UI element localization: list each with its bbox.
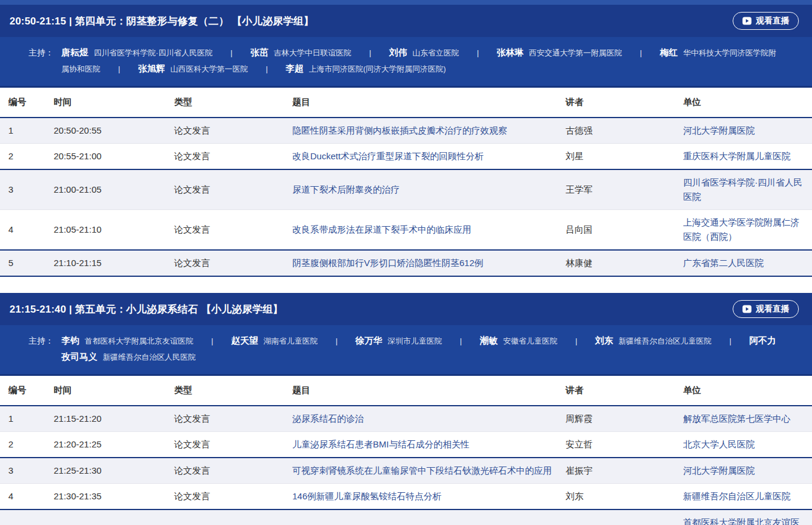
moderator-name: 梅红 bbox=[660, 47, 678, 57]
clipped-element-top-strip bbox=[0, 0, 812, 5]
cell-type: 论文发言 bbox=[174, 118, 292, 144]
moderators-label: 主持： bbox=[29, 333, 54, 348]
moderator: 徐万华深圳市儿童医院 bbox=[356, 336, 442, 345]
schedule-row: 521:10-21:15论文发言阴茎腹侧根部加行V形切口矫治隐匿性阴茎612例林… bbox=[0, 250, 812, 276]
schedule-row: 120:50-20:55论文发言隐匿性阴茎采用背侧内板嵌插式皮瓣术治疗的疗效观察… bbox=[0, 118, 812, 144]
cell-time: 20:50-20:55 bbox=[54, 118, 174, 144]
cell-title: 尿道下裂术后附睾炎的治疗 bbox=[292, 169, 566, 210]
watch-live-button[interactable]: 观看直播 bbox=[733, 300, 799, 318]
schedule-row: 221:20-21:25论文发言儿童泌尿系结石患者BMI与结石成分的相关性安立哲… bbox=[0, 432, 812, 458]
moderators-list: 李钧首都医科大学附属北京友谊医院|赵夭望湖南省儿童医院|徐万华深圳市儿童医院|潮… bbox=[61, 333, 782, 365]
cell-no: 5 bbox=[0, 250, 54, 276]
cell-title: 改良系带成形法在尿道下裂手术中的临床应用 bbox=[292, 210, 566, 251]
cell-no: 5 bbox=[0, 509, 54, 525]
cell-type: 论文发言 bbox=[174, 509, 292, 525]
cell-time: 21:15-21:20 bbox=[54, 406, 174, 432]
cell-title: BMI对儿童输尿管软镜治疗儿童上尿路结石手术结局的影响 bbox=[292, 509, 566, 525]
moderator: 张茁吉林大学中日联谊医院 bbox=[251, 48, 351, 57]
table-body: 120:50-20:55论文发言隐匿性阴茎采用背侧内板嵌插式皮瓣术治疗的疗效观察… bbox=[0, 118, 812, 276]
moderator: 李钧首都医科大学附属北京友谊医院 bbox=[61, 336, 193, 345]
schedule-row: 521:35-21:40论文发言BMI对儿童输尿管软镜治疗儿童上尿路结石手术结局… bbox=[0, 509, 812, 525]
session-title: 21:15-21:40 | 第五单元：小儿泌尿系结石 【小儿泌尿学组】 bbox=[10, 302, 283, 316]
schedule-row: 421:05-21:10论文发言改良系带成形法在尿道下裂手术中的临床应用吕向国上… bbox=[0, 210, 812, 251]
cell-no: 3 bbox=[0, 169, 54, 210]
cell-type: 论文发言 bbox=[174, 144, 292, 170]
play-icon bbox=[742, 16, 752, 26]
column-header-time: 时间 bbox=[54, 87, 174, 118]
cell-unit: 解放军总医院第七医学中心 bbox=[683, 406, 812, 432]
column-header-unit: 单位 bbox=[683, 375, 812, 406]
cell-speaker: 王学军 bbox=[566, 169, 683, 210]
cell-time: 21:30-21:35 bbox=[54, 484, 174, 510]
moderator-name: 唐耘煜 bbox=[61, 47, 88, 57]
cell-unit: 河北大学附属医院 bbox=[683, 458, 812, 484]
moderator-separator: | bbox=[100, 61, 138, 77]
moderators-bar: 主持： 唐耘煜四川省医学科学院·四川省人民医院|张茁吉林大学中日联谊医院|刘伟山… bbox=[0, 37, 812, 86]
column-header-type: 类型 bbox=[174, 375, 292, 406]
session-section: 21:15-21:40 | 第五单元：小儿泌尿系结石 【小儿泌尿学组】 观看直播… bbox=[0, 293, 812, 525]
moderator: 潮敏安徽省儿童医院 bbox=[480, 336, 557, 345]
cell-time: 21:10-21:15 bbox=[54, 250, 174, 276]
schedule-row: 121:15-21:20论文发言泌尿系结石的诊治周辉霞解放军总医院第七医学中心 bbox=[0, 406, 812, 432]
moderator-affiliation: 新疆维吾尔自治区人民医院 bbox=[103, 353, 196, 362]
schedule-table: 编号时间类型题目讲者单位 121:15-21:20论文发言泌尿系结石的诊治周辉霞… bbox=[0, 374, 812, 525]
cell-time: 20:55-21:00 bbox=[54, 144, 174, 170]
cell-no: 3 bbox=[0, 458, 54, 484]
moderator-name: 刘东 bbox=[595, 335, 613, 345]
cell-speaker: 周辉霞 bbox=[566, 406, 683, 432]
cell-unit: 上海交通大学医学院附属仁济医院（西院） bbox=[683, 210, 812, 251]
moderator-name: 李钧 bbox=[61, 335, 79, 345]
cell-speaker: 安立哲 bbox=[566, 432, 683, 458]
cell-no: 4 bbox=[0, 210, 54, 251]
cell-speaker: 吕向国 bbox=[566, 210, 683, 251]
cell-time: 21:25-21:30 bbox=[54, 458, 174, 484]
cell-no: 1 bbox=[0, 118, 54, 144]
cell-no: 2 bbox=[0, 144, 54, 170]
schedule-row: 220:55-21:00论文发言改良Duckett术式治疗重型尿道下裂的回顾性分… bbox=[0, 144, 812, 170]
moderator-affiliation: 上海市同济医院(同济大学附属同济医院) bbox=[309, 64, 446, 73]
cell-time: 21:35-21:40 bbox=[54, 509, 174, 525]
moderator-name: 张林琳 bbox=[497, 47, 524, 57]
cell-type: 论文发言 bbox=[174, 458, 292, 484]
cell-unit: 北京大学人民医院 bbox=[683, 432, 812, 458]
schedule-row: 421:30-21:35论文发言146例新疆儿童尿酸氢铵结石特点分析刘东新疆维吾… bbox=[0, 484, 812, 510]
session-header: 20:50-21:15 | 第四单元：阴茎整形与修复（二） 【小儿泌尿学组】 观… bbox=[0, 5, 812, 37]
cell-type: 论文发言 bbox=[174, 210, 292, 251]
cell-unit: 首都医科大学附属北京友谊医院 bbox=[683, 509, 812, 525]
cell-type: 论文发言 bbox=[174, 169, 292, 210]
moderator-affiliation: 山西医科大学第一医院 bbox=[170, 64, 248, 73]
column-header-unit: 单位 bbox=[683, 87, 812, 118]
cell-speaker: 林康健 bbox=[566, 250, 683, 276]
moderator-name: 张茁 bbox=[251, 47, 268, 57]
moderator: 赵夭望湖南省儿童医院 bbox=[231, 336, 317, 345]
moderator-affiliation: 安徽省儿童医院 bbox=[503, 336, 557, 345]
moderator: 唐耘煜四川省医学科学院·四川省人民医院 bbox=[61, 48, 212, 57]
moderator-affiliation: 首都医科大学附属北京友谊医院 bbox=[85, 336, 193, 345]
cell-unit: 新疆维吾尔自治区儿童医院 bbox=[683, 484, 812, 510]
cell-no: 2 bbox=[0, 432, 54, 458]
moderator-name: 徐万华 bbox=[356, 335, 382, 345]
watch-live-label: 观看直播 bbox=[756, 304, 789, 314]
moderator: 张林琳西安交通大学第一附属医院 bbox=[497, 48, 622, 57]
cell-title: 儿童泌尿系结石患者BMI与结石成分的相关性 bbox=[292, 432, 566, 458]
cell-type: 论文发言 bbox=[174, 432, 292, 458]
session-section: 20:50-21:15 | 第四单元：阴茎整形与修复（二） 【小儿泌尿学组】 观… bbox=[0, 5, 812, 277]
cell-type: 论文发言 bbox=[174, 250, 292, 276]
cell-unit: 河北大学附属医院 bbox=[683, 118, 812, 144]
cell-title: 泌尿系结石的诊治 bbox=[292, 406, 566, 432]
column-header-no: 编号 bbox=[0, 87, 54, 118]
moderator: 刘伟山东省立医院 bbox=[389, 48, 459, 57]
moderator: 张旭辉山西医科大学第一医院 bbox=[138, 64, 248, 73]
cell-speaker: 刘星 bbox=[566, 144, 683, 170]
watch-live-button[interactable]: 观看直播 bbox=[733, 12, 799, 30]
schedule-row: 321:25-21:30论文发言可视穿刺肾镜系统在儿童输尿管中下段结石钬激光碎石… bbox=[0, 458, 812, 484]
moderator-separator: | bbox=[557, 333, 595, 349]
moderator-separator: | bbox=[351, 45, 389, 61]
sessions-list: 20:50-21:15 | 第四单元：阴茎整形与修复（二） 【小儿泌尿学组】 观… bbox=[0, 5, 812, 525]
moderator-name: 刘伟 bbox=[389, 47, 407, 57]
moderators-list: 唐耘煜四川省医学科学院·四川省人民医院|张茁吉林大学中日联谊医院|刘伟山东省立医… bbox=[61, 45, 782, 77]
cell-type: 论文发言 bbox=[174, 484, 292, 510]
table-body: 121:15-21:20论文发言泌尿系结石的诊治周辉霞解放军总医院第七医学中心2… bbox=[0, 406, 812, 525]
moderator-affiliation: 湖南省儿童医院 bbox=[263, 336, 317, 345]
column-header-title: 题目 bbox=[292, 87, 566, 118]
